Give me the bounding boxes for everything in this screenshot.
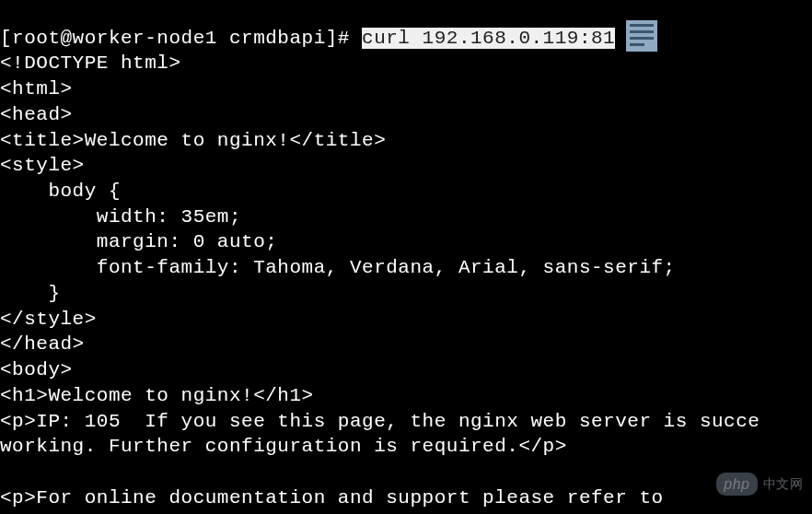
- shell-prompt: [root@worker-node1 crmdbapi]#: [0, 28, 362, 49]
- output-line: <body>: [0, 359, 73, 380]
- output-line: <!DOCTYPE html>: [0, 53, 181, 74]
- prompt-line: [root@worker-node1 crmdbapi]# curl 192.1…: [0, 28, 615, 49]
- output-line: <style>: [0, 155, 85, 176]
- output-line: width: 35em;: [0, 206, 241, 228]
- output-line: <html>: [0, 78, 73, 99]
- output-line: }: [0, 283, 61, 304]
- watermark: php 中文网: [716, 473, 803, 496]
- output-line: </style>: [0, 309, 97, 330]
- output-line: <title>Welcome to nginx!</title>: [0, 130, 386, 151]
- watermark-badge: php: [716, 473, 757, 496]
- output-line: font-family: Tahoma, Verdana, Arial, san…: [0, 257, 676, 278]
- output-line: body {: [0, 181, 121, 202]
- text-select-icon: [626, 20, 657, 52]
- output-line: </head>: [0, 333, 85, 355]
- output-line: <head>: [0, 104, 73, 125]
- output-line: working. Further configuration is requir…: [0, 436, 567, 457]
- command-text: curl 192.168.0.119:81: [362, 28, 615, 49]
- output-line: margin: 0 auto;: [0, 231, 277, 252]
- watermark-text: 中文网: [763, 475, 804, 492]
- terminal-output[interactable]: [root@worker-node1 crmdbapi]# curl 192.1…: [0, 0, 812, 514]
- output-line: <h1>Welcome to nginx!</h1>: [0, 385, 314, 406]
- output-line: <p>For online documentation and support …: [0, 487, 664, 508]
- output-line: <p>IP: 105 If you see this page, the ngi…: [0, 411, 760, 432]
